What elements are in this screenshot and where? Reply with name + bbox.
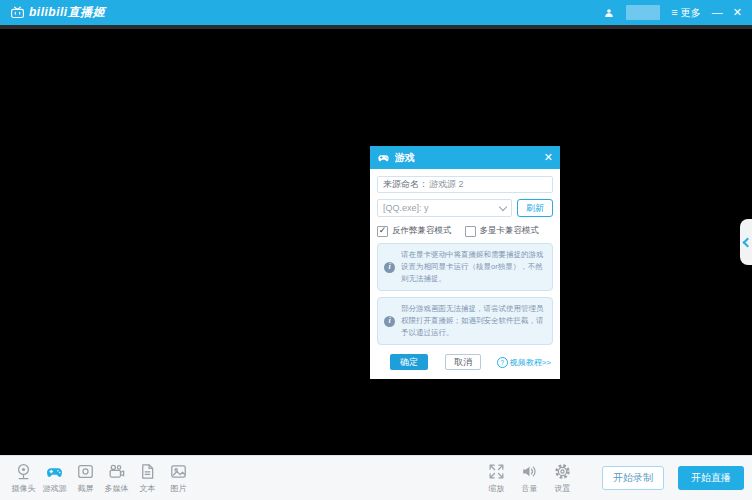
- ok-button[interactable]: 确定: [390, 354, 428, 370]
- check-icon: ✓: [379, 226, 387, 235]
- app-logo: bilibili直播姬: [10, 4, 105, 21]
- cancel-button[interactable]: 取消: [445, 354, 481, 370]
- source-label: 摄像头: [12, 483, 36, 494]
- text-document-icon: [138, 462, 157, 481]
- source-game[interactable]: 游戏源: [39, 462, 70, 494]
- control-label: 音量: [522, 483, 538, 494]
- start-stream-button[interactable]: 开始直播: [678, 466, 744, 490]
- gear-icon: [553, 462, 572, 481]
- settings-control[interactable]: 设置: [547, 462, 578, 494]
- source-name-value: 游戏源 2: [429, 178, 464, 191]
- screen-capture-icon: [76, 462, 95, 481]
- source-label: 多媒体: [105, 483, 129, 494]
- multigpu-compat-checkbox[interactable]: ✓ 多显卡兼容模式: [465, 225, 540, 237]
- dialog-body: 来源命名： 游戏源 2 [QQ.exe]: y 刷新 ✓ 反作弊兼容模式 ✓ 多…: [370, 169, 560, 379]
- source-screen-capture[interactable]: 截屏: [70, 462, 101, 494]
- hamburger-icon: ≡: [671, 7, 677, 18]
- gamepad-icon: [377, 151, 390, 164]
- source-text[interactable]: 文本: [132, 462, 163, 494]
- close-button[interactable]: ✕: [733, 7, 742, 18]
- app-title: bilibili直播姬: [29, 4, 105, 21]
- dialog-title: 游戏: [395, 151, 415, 165]
- livehime-window: { "colors": { "brand": "#23ade5", "brand…: [0, 0, 752, 500]
- source-media[interactable]: 多媒体: [101, 462, 132, 494]
- media-camera-icon: [107, 462, 126, 481]
- side-panel-toggle[interactable]: [740, 219, 752, 265]
- source-label: 截屏: [78, 483, 94, 494]
- title-bar: bilibili直播姬 ≡ 更多 — ✕: [0, 0, 752, 25]
- checkbox-box: ✓: [465, 226, 476, 237]
- question-icon: ?: [497, 357, 508, 368]
- process-select[interactable]: [QQ.exe]: y: [377, 199, 512, 217]
- process-select-value: [QQ.exe]: y: [383, 203, 429, 213]
- refresh-button[interactable]: 刷新: [517, 199, 553, 217]
- source-name-field[interactable]: 来源命名： 游戏源 2: [377, 176, 553, 193]
- source-camera[interactable]: 摄像头: [8, 462, 39, 494]
- webcam-icon: [14, 462, 33, 481]
- tv-logo-icon: [10, 5, 25, 20]
- admin-hint-box: i 部分游戏画面无法捕捉，请尝试使用管理员权限打开直播姬；如遇到安全软件拦截，请…: [377, 297, 553, 345]
- info-icon: i: [384, 316, 395, 327]
- video-tutorial-link[interactable]: ? 视频教程>>: [497, 357, 551, 368]
- source-label: 文本: [140, 483, 156, 494]
- control-label: 设置: [555, 483, 571, 494]
- anticheat-compat-checkbox[interactable]: ✓ 反作弊兼容模式: [377, 225, 452, 237]
- dialog-header: 游戏 ✕: [370, 146, 560, 169]
- checkbox-label: 反作弊兼容模式: [392, 225, 452, 237]
- tutorial-label: 视频教程>>: [510, 357, 551, 368]
- scale-arrows-icon: [487, 462, 506, 481]
- checkbox-box: ✓: [377, 226, 388, 237]
- start-record-button[interactable]: 开始录制: [602, 466, 664, 490]
- speaker-icon: [520, 462, 539, 481]
- chevron-left-icon: [742, 237, 752, 247]
- picture-icon: [169, 462, 188, 481]
- gpu-hint-text: 请在显卡驱动中将直播姬和需要捕捉的游戏设置为相同显卡运行（核显or独显），不然则…: [401, 249, 546, 285]
- gpu-hint-box: i 请在显卡驱动中将直播姬和需要捕捉的游戏设置为相同显卡运行（核显or独显），不…: [377, 243, 553, 291]
- volume-control[interactable]: 音量: [514, 462, 545, 494]
- checkbox-label: 多显卡兼容模式: [480, 225, 540, 237]
- admin-hint-text: 部分游戏画面无法捕捉，请尝试使用管理员权限打开直播姬；如遇到安全软件拦截，请予以…: [401, 303, 546, 339]
- user-icon[interactable]: [603, 7, 615, 19]
- gamepad-icon: [45, 462, 64, 481]
- chevron-down-icon: [499, 202, 507, 210]
- source-label: 图片: [171, 483, 187, 494]
- minimize-button[interactable]: —: [712, 7, 722, 18]
- game-source-dialog: 游戏 ✕ 来源命名： 游戏源 2 [QQ.exe]: y 刷新 ✓ 反作弊兼容模…: [370, 146, 560, 379]
- info-icon: i: [384, 262, 395, 273]
- user-name-placeholder[interactable]: [626, 5, 660, 20]
- more-label: 更多: [681, 6, 701, 20]
- more-menu-button[interactable]: ≡ 更多: [671, 6, 700, 20]
- dialog-close-icon[interactable]: ✕: [544, 152, 553, 163]
- scale-control[interactable]: 缩放: [481, 462, 512, 494]
- control-label: 缩放: [489, 483, 505, 494]
- source-name-label: 来源命名：: [383, 178, 428, 191]
- source-label: 游戏源: [43, 483, 67, 494]
- bottom-toolbar: 摄像头 游戏源 截屏 多媒体 文本: [0, 455, 752, 500]
- source-image[interactable]: 图片: [163, 462, 194, 494]
